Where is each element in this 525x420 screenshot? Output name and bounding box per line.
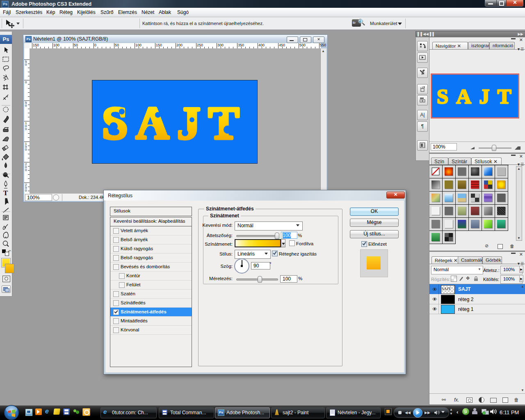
svg-text:SAJT: SAJT	[102, 98, 247, 148]
svg-text:SAJT: SAJT	[442, 287, 451, 291]
svg-text:T: T	[3, 189, 8, 197]
svg-text:SAJT: SAJT	[437, 85, 518, 108]
